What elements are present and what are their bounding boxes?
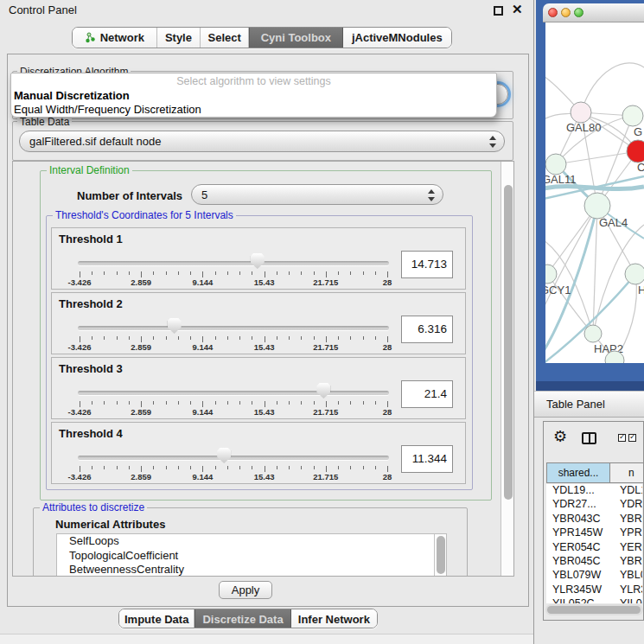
tab-impute-data[interactable]: Impute Data bbox=[119, 609, 194, 628]
table-row[interactable]: YIL052CYIL0 bbox=[546, 597, 642, 603]
threshold-value-field[interactable]: 6.316 bbox=[401, 316, 453, 343]
minor-tick bbox=[215, 271, 216, 275]
checkbox-icon[interactable] bbox=[618, 434, 626, 442]
zoom-traffic-light[interactable] bbox=[574, 8, 583, 17]
network-node-c[interactable] bbox=[627, 140, 644, 163]
cell-name: YPR1 bbox=[610, 526, 642, 540]
tab-infer-network[interactable]: Infer Network bbox=[291, 609, 377, 628]
table-row[interactable]: YPR145WYPR1 bbox=[546, 526, 642, 540]
network-node-label: C bbox=[637, 161, 644, 174]
cell-name: YBR0 bbox=[610, 555, 642, 569]
network-node-gal80[interactable] bbox=[571, 102, 591, 123]
threshold-slider-track[interactable] bbox=[78, 326, 389, 330]
network-node-hap2[interactable] bbox=[584, 325, 602, 342]
tab-select[interactable]: Select bbox=[201, 28, 249, 48]
num-intervals-combobox[interactable]: 5 bbox=[191, 184, 443, 205]
table-hscrollbar[interactable] bbox=[545, 604, 643, 615]
network-canvas[interactable]: GAL80GCGAL11GAL4GCY1HHAP2 bbox=[545, 22, 644, 363]
float-window-icon[interactable] bbox=[494, 6, 503, 16]
cell-shared-name: YLR345W bbox=[546, 583, 610, 597]
threshold-slider-thumb[interactable] bbox=[251, 253, 265, 269]
table-hscrollbar-thumb[interactable] bbox=[547, 606, 641, 614]
network-window-frame bbox=[536, 381, 644, 391]
tab-style[interactable]: Style bbox=[157, 28, 201, 48]
table-row[interactable]: YLR345WYLR3 bbox=[546, 583, 642, 597]
table-panel-title: Table Panel bbox=[546, 398, 605, 411]
tab-discretize-data[interactable]: Discretize Data bbox=[194, 609, 290, 628]
major-tick bbox=[141, 401, 142, 407]
column-header-shared-name[interactable]: shared... bbox=[546, 462, 610, 483]
tab-cyni-toolbox[interactable]: Cyni Toolbox bbox=[249, 28, 343, 48]
screen: Control Panel ✕ NetworkStyleSelectCyni T… bbox=[0, 0, 644, 644]
close-traffic-light[interactable] bbox=[548, 8, 558, 17]
minimize-traffic-light[interactable] bbox=[561, 8, 571, 17]
network-edge[interactable] bbox=[581, 63, 644, 112]
column-header-name[interactable]: n bbox=[610, 462, 644, 483]
table-row[interactable]: YBL079WYBL0 bbox=[546, 569, 642, 583]
major-tick bbox=[141, 466, 142, 472]
numerical-attributes-list[interactable]: SelfLoopsTopologicalCoefficientBetweenne… bbox=[56, 533, 447, 577]
table-row[interactable]: YDL19...YDL1 bbox=[546, 484, 642, 498]
threshold-value-field[interactable]: 14.713 bbox=[401, 251, 453, 278]
threshold-slider-track[interactable] bbox=[78, 456, 389, 460]
dropdown-option-equal-width[interactable]: Equal Width/Frequency Discretization bbox=[14, 103, 201, 116]
minor-tick bbox=[178, 401, 179, 405]
attributes-list-scrollbar[interactable] bbox=[434, 534, 446, 577]
table-row[interactable]: YBR045CYBR0 bbox=[546, 555, 642, 569]
network-node-g[interactable] bbox=[622, 105, 643, 126]
threshold-value-field[interactable]: 21.4 bbox=[401, 380, 453, 408]
cell-name: YDR2 bbox=[610, 498, 642, 512]
minor-tick bbox=[289, 271, 290, 275]
table-row[interactable]: YER054CYER0 bbox=[546, 541, 642, 555]
tick-label: 15.43 bbox=[237, 277, 292, 287]
threshold-slider-track[interactable] bbox=[78, 391, 389, 395]
minor-tick bbox=[338, 466, 339, 469]
tick-label: 9.144 bbox=[175, 472, 230, 481]
minor-tick bbox=[350, 401, 351, 405]
threshold-slider-thumb[interactable] bbox=[316, 383, 330, 399]
network-edge[interactable] bbox=[597, 116, 633, 206]
minor-tick bbox=[350, 336, 351, 340]
tick-label: 28 bbox=[360, 472, 415, 481]
threshold-slider-track[interactable] bbox=[78, 261, 389, 265]
threshold-slider-thumb[interactable] bbox=[168, 318, 182, 334]
minor-tick bbox=[314, 466, 315, 469]
attribute-list-item[interactable]: TopologicalCoefficient bbox=[57, 549, 446, 564]
minor-tick bbox=[252, 271, 252, 275]
checkbox-icon[interactable] bbox=[628, 434, 636, 442]
minor-tick bbox=[252, 466, 252, 469]
network-node-h[interactable] bbox=[625, 264, 644, 284]
attributes-list-scrollbar-thumb[interactable] bbox=[437, 536, 445, 574]
table-data-combobox[interactable]: galFiltered.sif default node bbox=[19, 131, 505, 152]
split-table-icon[interactable] bbox=[582, 432, 596, 444]
tab-network[interactable]: Network bbox=[73, 28, 157, 48]
minor-tick bbox=[314, 271, 315, 275]
network-edge[interactable] bbox=[556, 151, 638, 164]
minor-tick bbox=[363, 466, 364, 469]
network-node-gal4[interactable] bbox=[584, 193, 610, 219]
dropdown-option-manual[interactable]: Manual Discretization bbox=[14, 89, 130, 102]
viewport-scrollbar-thumb[interactable] bbox=[504, 185, 513, 500]
attribute-list-item[interactable]: SelfLoops bbox=[57, 534, 446, 549]
network-node-gcy1[interactable] bbox=[545, 265, 557, 284]
viewport-scrollbar[interactable] bbox=[501, 162, 514, 577]
tab-jactivemnodules[interactable]: jActiveMNodules bbox=[343, 28, 451, 48]
gear-icon[interactable]: ⚙ bbox=[553, 429, 567, 444]
cell-name: YBL0 bbox=[610, 569, 642, 583]
minor-tick bbox=[190, 466, 191, 469]
minor-tick bbox=[215, 336, 216, 340]
attribute-list-item[interactable]: BetweennessCentrality bbox=[57, 563, 446, 577]
network-window-titlebar[interactable] bbox=[543, 3, 644, 22]
table-row[interactable]: YDR27...YDR2 bbox=[546, 498, 642, 512]
network-node-gal11[interactable] bbox=[545, 154, 566, 175]
tick-label: 9.144 bbox=[175, 407, 230, 417]
close-icon[interactable]: ✕ bbox=[512, 2, 523, 17]
apply-button[interactable]: Apply bbox=[219, 581, 272, 599]
threshold-value-field[interactable]: 11.344 bbox=[401, 445, 453, 473]
network-view-window[interactable]: GAL80GCGAL11GAL4GCY1HHAP2 bbox=[536, 0, 644, 391]
minor-tick bbox=[153, 401, 154, 405]
threshold-slider-thumb[interactable] bbox=[217, 448, 231, 463]
minor-tick bbox=[117, 336, 118, 340]
threshold-panel-1: Threshold 1-3.4262.8599.14415.4321.71528… bbox=[51, 227, 466, 290]
table-row[interactable]: YBR043CYBR0 bbox=[546, 513, 642, 526]
